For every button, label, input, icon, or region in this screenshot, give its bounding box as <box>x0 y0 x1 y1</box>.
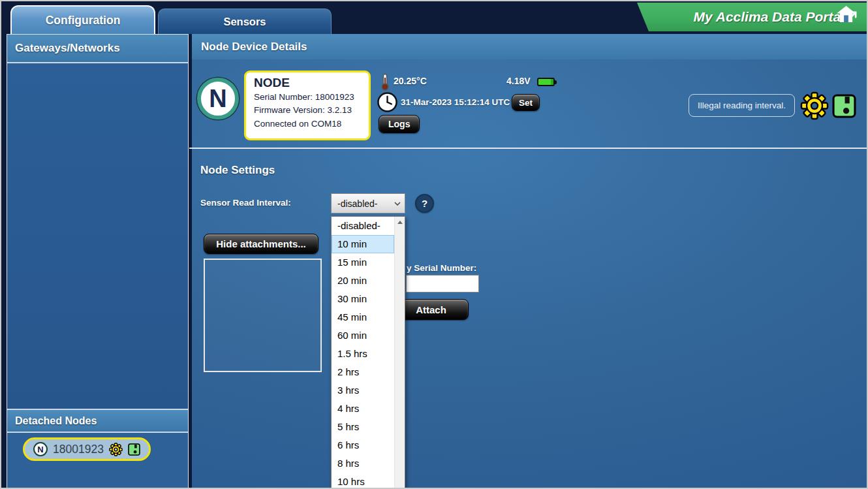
tab-configuration[interactable]: Configuration <box>10 5 155 34</box>
device-serial: Serial Number: 18001923 <box>254 91 361 104</box>
dropdown-option[interactable]: 15 min <box>332 253 394 272</box>
voltage-value: 4.18V <box>506 76 531 86</box>
sidebar: Gateways/Networks Detached Nodes N 18001… <box>7 34 189 488</box>
dropdown-option[interactable]: 3 hrs <box>332 381 394 400</box>
chevron-down-icon <box>394 202 401 206</box>
dropdown-option[interactable]: 8 hrs <box>332 454 394 473</box>
tab-sensors[interactable]: Sensors <box>158 8 332 34</box>
battery-icon <box>537 78 555 86</box>
device-info-box: NODE Serial Number: 18001923 Firmware Ve… <box>244 71 371 140</box>
dropdown-option[interactable]: 30 min <box>332 290 394 308</box>
select-value: -disabled- <box>337 198 394 209</box>
device-firmware: Firmware Version: 3.2.13 <box>254 104 361 117</box>
portal-link-label: My Acclima Data Portal <box>694 9 845 25</box>
gateways-list-panel <box>7 63 188 409</box>
status-badge: Illegal reading interval. <box>689 94 795 117</box>
dropdown-option[interactable]: 6 hrs <box>332 436 394 454</box>
device-connection: Connected on COM18 <box>254 118 361 131</box>
set-time-button[interactable]: Set <box>512 94 540 111</box>
node-logo-icon: N <box>197 78 239 119</box>
portal-link[interactable]: My Acclima Data Portal <box>637 3 867 31</box>
dropdown-option[interactable]: 1.5 hrs <box>332 345 394 363</box>
dropdown-option[interactable]: -disabled- <box>332 217 394 235</box>
logs-button[interactable]: Logs <box>379 115 420 133</box>
sidebar-header-gateways: Gateways/Networks <box>7 35 188 63</box>
scroll-up-icon[interactable] <box>395 217 405 228</box>
node-id: 18001923 <box>53 443 104 456</box>
dropdown-option[interactable]: 60 min <box>332 326 394 345</box>
temperature-value: 20.25°C <box>394 76 427 86</box>
gear-icon[interactable] <box>109 443 123 456</box>
main-panel-header: Node Device Details <box>192 34 868 59</box>
sensor-read-interval-select[interactable]: -disabled- <box>331 193 405 213</box>
interval-label: Sensor Read Interval: <box>200 198 291 208</box>
hide-attachments-button[interactable]: Hide attachments... <box>204 234 318 254</box>
home-icon[interactable] <box>836 5 856 25</box>
app-window: Configuration Sensors My Acclima Data Po… <box>0 0 868 489</box>
dropdown-option[interactable]: 20 min <box>332 272 394 290</box>
dropdown-option[interactable]: 2 hrs <box>332 363 394 381</box>
save-icon[interactable] <box>832 94 856 121</box>
settings-section-title: Node Settings <box>200 164 275 177</box>
detached-nodes-panel: N 18001923 <box>7 433 188 488</box>
attach-serial-label: y Serial Number: <box>407 263 476 273</box>
interval-dropdown-list: -disabled-10 min15 min20 min30 min45 min… <box>331 216 405 489</box>
device-name: NODE <box>254 76 361 90</box>
dropdown-option[interactable]: 4 hrs <box>332 400 394 418</box>
dropdown-option[interactable]: 10 hrs <box>332 473 394 489</box>
dropdown-option[interactable]: 10 min <box>332 235 394 253</box>
sidebar-header-detached-nodes: Detached Nodes <box>7 409 188 433</box>
clock-icon <box>377 91 398 116</box>
thermometer-icon <box>380 73 390 93</box>
dropdown-option[interactable]: 5 hrs <box>332 418 394 436</box>
dropdown-scrollbar[interactable] <box>394 217 405 489</box>
help-button[interactable]: ? <box>415 194 434 213</box>
save-icon[interactable] <box>128 443 140 456</box>
attachments-list-box <box>204 259 322 372</box>
serial-number-input[interactable] <box>406 275 479 292</box>
node-icon: N <box>33 442 48 456</box>
gear-icon[interactable] <box>800 91 829 123</box>
section-divider <box>189 148 868 149</box>
page-title: Node Device Details <box>201 40 307 54</box>
dropdown-option[interactable]: 45 min <box>332 308 394 326</box>
detached-node-item[interactable]: N 18001923 <box>23 437 151 461</box>
datetime-value: 31-Mar-2023 15:12:14 UTC <box>401 97 510 107</box>
